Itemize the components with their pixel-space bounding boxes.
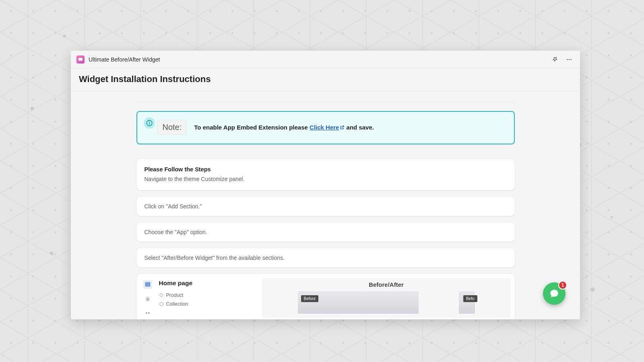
preview-sidebar-title: Home page [159, 280, 257, 287]
chat-fab[interactable]: 1 [543, 282, 566, 305]
list-item[interactable]: Product [159, 291, 257, 300]
collection-icon [159, 302, 164, 306]
step-card-4: Select "After/Before Widget" from the av… [136, 248, 515, 267]
svg-point-5 [149, 121, 150, 122]
content-scroll[interactable]: Note: To enable App Embed Extension plea… [71, 91, 580, 319]
preview-image-before-2: Befo [459, 291, 475, 314]
svg-point-1 [569, 59, 570, 60]
settings-icon[interactable] [143, 295, 152, 304]
step-text: Choose the "App" option. [144, 229, 507, 235]
list-item[interactable]: Collection [159, 300, 257, 309]
sections-icon[interactable] [143, 280, 152, 289]
svg-rect-7 [145, 284, 150, 285]
steps-heading: Please Follow the Steps [144, 166, 507, 173]
note-banner: Note: To enable App Embed Extension plea… [136, 111, 515, 144]
step-text: Navigate to the theme Customize panel. [144, 176, 507, 182]
svg-rect-6 [145, 283, 150, 284]
page-title-row: Widget Installation Instructions [71, 68, 580, 91]
svg-point-2 [570, 59, 572, 60]
step-card-1: Please Follow the Steps Navigate to the … [136, 159, 515, 190]
note-badge: Note: [157, 120, 187, 135]
note-text: To enable App Embed Extension please Cli… [194, 124, 374, 131]
pin-button[interactable] [549, 54, 560, 65]
pin-icon [552, 56, 558, 62]
step-text: Select "After/Before Widget" from the av… [144, 255, 507, 261]
preview-sidebar: Home page Product Collection [140, 278, 257, 318]
chat-badge: 1 [558, 281, 567, 290]
chat-icon [549, 288, 559, 299]
preview-tag-before: Before [301, 295, 318, 302]
svg-rect-10 [146, 312, 147, 314]
divider [136, 102, 515, 102]
step-text: Click on "Add Section." [144, 203, 507, 210]
external-link-icon [340, 124, 345, 131]
app-icon [76, 56, 85, 64]
preview-tag-before-2: Befo [463, 295, 477, 302]
app-topbar: Ultimate Before/After Widget [71, 51, 580, 68]
svg-rect-8 [145, 286, 150, 286]
step-card-2: Click on "Add Section." [136, 197, 515, 216]
page-title: Widget Installation Instructions [79, 74, 572, 84]
info-icon [144, 117, 155, 129]
preview-main-title: Before/After [369, 281, 404, 288]
apps-icon[interactable] [143, 310, 152, 318]
svg-point-0 [567, 59, 568, 60]
more-horizontal-icon [566, 56, 572, 63]
note-link[interactable]: Click Here [310, 124, 345, 131]
more-button[interactable] [564, 54, 574, 65]
preview-main: Before/After Before Befo [262, 278, 511, 318]
tag-icon [159, 293, 164, 298]
step-card-3: Choose the "App" option. [136, 222, 515, 242]
svg-rect-11 [148, 312, 150, 314]
note-prefix: To enable App Embed Extension please [194, 124, 310, 131]
app-panel: Ultimate Before/After Widget Widget Inst… [71, 51, 580, 319]
preview-card: Home page Product Collection Before/Afte… [136, 274, 515, 319]
svg-point-9 [147, 298, 149, 300]
note-suffix: and save. [345, 124, 374, 131]
preview-image-before: Before [298, 291, 419, 314]
app-name: Ultimate Before/After Widget [89, 56, 160, 63]
